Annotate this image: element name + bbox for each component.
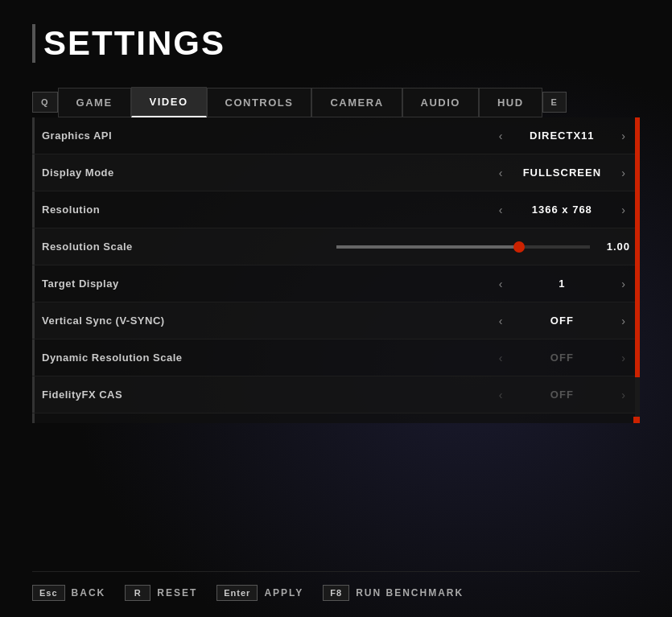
resolution-scale-fill [336, 245, 519, 249]
setting-label-vsync: Vertical Sync (V-SYNC) [42, 315, 494, 327]
display-mode-next[interactable]: › [616, 163, 630, 183]
scrollbar-track[interactable] [635, 117, 640, 423]
footer-benchmark: F8 RUN BENCHMARK [323, 585, 464, 601]
vsync-next[interactable]: › [616, 311, 630, 331]
page-title: SETTINGS [32, 24, 640, 63]
setting-row-graphics-api: Graphics API ‹ DIRECTX11 › [32, 117, 640, 154]
tab-controls[interactable]: CONTROLS [207, 88, 312, 117]
setting-row-resolution-scale: Resolution Scale 1.00 [32, 228, 640, 265]
resolution-scale-thumb[interactable] [513, 241, 525, 253]
footer-apply: Enter APPLY [216, 585, 303, 601]
resolution-next[interactable]: › [616, 200, 630, 220]
dynamic-resolution-next[interactable]: › [616, 348, 630, 368]
setting-control-dynamic-resolution: ‹ OFF › [494, 348, 630, 368]
fps-limit-next[interactable]: › [616, 422, 630, 424]
setting-row-resolution: Resolution ‹ 1366 x 768 › [32, 191, 640, 228]
setting-control-fps-limit: ‹ UNLIMITED › [493, 422, 630, 424]
key-f8: F8 [323, 585, 349, 601]
setting-row-target-display: Target Display ‹ 1 › [32, 265, 640, 302]
tab-audio[interactable]: AUDIO [402, 88, 479, 117]
setting-control-display-mode: ‹ FULLSCREEN › [494, 163, 630, 183]
fps-limit-prev[interactable]: ‹ [493, 422, 506, 424]
target-display-next[interactable]: › [616, 274, 630, 294]
setting-control-resolution: ‹ 1366 x 768 › [494, 200, 630, 220]
scrollbar-thumb[interactable] [635, 117, 640, 377]
footer-reset: R RESET [125, 585, 197, 601]
setting-control-graphics-api: ‹ DIRECTX11 › [494, 126, 630, 146]
resolution-scale-value: 1.00 [598, 241, 630, 253]
footer-reset-label: RESET [157, 587, 197, 598]
tab-key-left[interactable]: Q [32, 92, 58, 113]
setting-label-fidelityfx: FidelityFX CAS [42, 389, 494, 401]
display-mode-prev[interactable]: ‹ [494, 163, 508, 183]
footer-apply-label: APPLY [264, 587, 303, 598]
tab-video[interactable]: VIDEO [131, 87, 207, 117]
key-enter: Enter [216, 585, 258, 601]
setting-control-target-display: ‹ 1 › [494, 274, 630, 294]
setting-label-resolution: Resolution [42, 204, 494, 216]
fidelityfx-value: OFF [513, 389, 610, 401]
key-esc: Esc [32, 585, 65, 601]
setting-label-graphics-api: Graphics API [42, 130, 494, 142]
setting-control-vsync: ‹ OFF › [494, 311, 630, 331]
fidelityfx-prev[interactable]: ‹ [494, 385, 508, 405]
key-r: R [125, 585, 150, 601]
setting-control-fidelityfx: ‹ OFF › [494, 385, 630, 405]
setting-label-resolution-scale: Resolution Scale [42, 241, 336, 253]
setting-label-target-display: Target Display [42, 278, 494, 290]
scrollbar-dot [633, 417, 640, 423]
settings-panel: Graphics API ‹ DIRECTX11 › Display Mode … [32, 117, 640, 558]
display-mode-value: FULLSCREEN [513, 167, 610, 179]
vsync-prev[interactable]: ‹ [494, 311, 508, 331]
graphics-api-next[interactable]: › [616, 126, 630, 146]
setting-label-dynamic-resolution: Dynamic Resolution Scale [42, 352, 494, 364]
tabs-bar: Q GAME VIDEO CONTROLS CAMERA AUDIO HUD E [32, 87, 640, 117]
graphics-api-prev[interactable]: ‹ [494, 126, 508, 146]
tab-hud[interactable]: HUD [479, 88, 542, 117]
setting-row-vsync: Vertical Sync (V-SYNC) ‹ OFF › [32, 302, 640, 339]
footer-back-label: BACK [72, 587, 106, 598]
setting-row-display-mode: Display Mode ‹ FULLSCREEN › [32, 154, 640, 191]
fidelityfx-next[interactable]: › [616, 385, 630, 405]
setting-row-fps-limit: Set FPS Limit ‹ UNLIMITED › [32, 413, 640, 423]
setting-row-dynamic-resolution: Dynamic Resolution Scale ‹ OFF › [32, 339, 640, 376]
setting-label-display-mode: Display Mode [42, 167, 494, 179]
vsync-value: OFF [513, 315, 610, 327]
footer-benchmark-label: RUN BENCHMARK [356, 587, 464, 598]
resolution-value: 1366 x 768 [513, 204, 610, 216]
tab-key-right[interactable]: E [542, 92, 567, 113]
resolution-prev[interactable]: ‹ [494, 200, 508, 220]
resolution-scale-slider-container: 1.00 [336, 241, 631, 253]
tab-game[interactable]: GAME [58, 88, 131, 117]
footer-bar: Esc BACK R RESET Enter APPLY F8 RUN BENC… [32, 571, 640, 601]
settings-scroll-area: Graphics API ‹ DIRECTX11 › Display Mode … [32, 117, 640, 423]
dynamic-resolution-value: OFF [513, 352, 610, 364]
target-display-value: 1 [513, 278, 610, 290]
dynamic-resolution-prev[interactable]: ‹ [494, 348, 508, 368]
footer-back: Esc BACK [32, 585, 105, 601]
resolution-scale-track[interactable] [336, 245, 591, 249]
graphics-api-value: DIRECTX11 [513, 130, 610, 142]
target-display-prev[interactable]: ‹ [494, 274, 508, 294]
setting-row-fidelityfx: FidelityFX CAS ‹ OFF › [32, 376, 640, 413]
tab-camera[interactable]: CAMERA [311, 88, 402, 117]
